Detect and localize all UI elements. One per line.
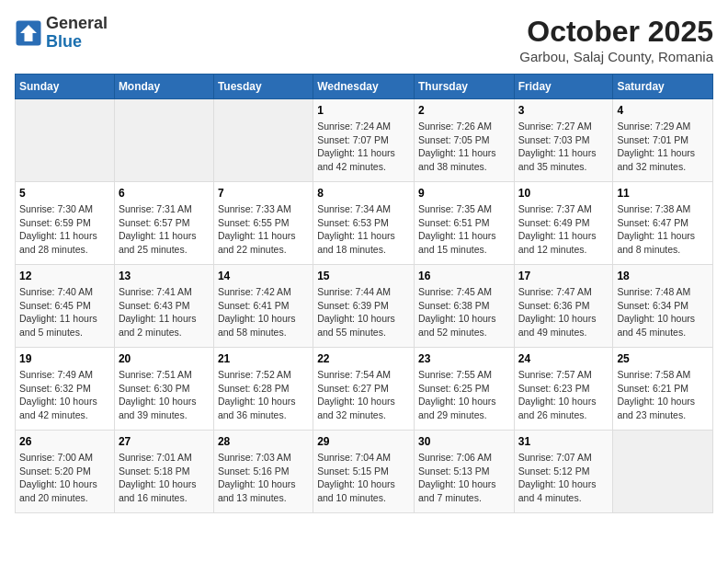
- title-block: October 2025 Garbou, Salaj County, Roman…: [519, 15, 713, 64]
- logo-icon: [15, 19, 42, 47]
- calendar-cell: 8Sunrise: 7:34 AM Sunset: 6:53 PM Daylig…: [313, 182, 415, 265]
- week-row-3: 12Sunrise: 7:40 AM Sunset: 6:45 PM Dayli…: [16, 265, 713, 348]
- day-info: Sunrise: 7:03 AM Sunset: 5:16 PM Dayligh…: [218, 451, 309, 505]
- day-number: 25: [617, 352, 709, 365]
- week-row-4: 19Sunrise: 7:49 AM Sunset: 6:32 PM Dayli…: [16, 348, 713, 431]
- calendar-cell: 18Sunrise: 7:48 AM Sunset: 6:34 PM Dayli…: [613, 265, 713, 348]
- day-info: Sunrise: 7:37 AM Sunset: 6:49 PM Dayligh…: [518, 202, 609, 257]
- day-number: 7: [218, 187, 309, 200]
- day-number: 29: [317, 435, 410, 448]
- week-row-2: 5Sunrise: 7:30 AM Sunset: 6:59 PM Daylig…: [16, 182, 713, 265]
- day-info: Sunrise: 7:35 AM Sunset: 6:51 PM Dayligh…: [418, 202, 510, 257]
- day-number: 3: [518, 104, 609, 117]
- day-info: Sunrise: 7:00 AM Sunset: 5:20 PM Dayligh…: [19, 451, 110, 505]
- calendar-cell: 20Sunrise: 7:51 AM Sunset: 6:30 PM Dayli…: [114, 348, 213, 431]
- day-number: 4: [617, 104, 709, 117]
- day-number: 2: [418, 104, 510, 117]
- day-info: Sunrise: 7:34 AM Sunset: 6:53 PM Dayligh…: [317, 202, 410, 257]
- day-number: 10: [518, 187, 609, 200]
- calendar-cell: 15Sunrise: 7:44 AM Sunset: 6:39 PM Dayli…: [313, 265, 415, 348]
- day-number: 14: [218, 270, 309, 282]
- day-number: 27: [119, 435, 210, 448]
- day-number: 18: [617, 270, 709, 282]
- weekday-header-friday: Friday: [514, 75, 613, 99]
- calendar-cell: 24Sunrise: 7:57 AM Sunset: 6:23 PM Dayli…: [514, 348, 613, 431]
- day-info: Sunrise: 7:29 AM Sunset: 7:01 PM Dayligh…: [617, 120, 709, 174]
- calendar-cell: 11Sunrise: 7:38 AM Sunset: 6:47 PM Dayli…: [613, 182, 713, 265]
- weekday-header-monday: Monday: [114, 75, 213, 99]
- day-info: Sunrise: 7:55 AM Sunset: 6:25 PM Dayligh…: [418, 368, 510, 422]
- day-info: Sunrise: 7:49 AM Sunset: 6:32 PM Dayligh…: [19, 368, 110, 422]
- day-info: Sunrise: 7:40 AM Sunset: 6:45 PM Dayligh…: [19, 285, 110, 339]
- calendar-cell: 2Sunrise: 7:26 AM Sunset: 7:05 PM Daylig…: [414, 99, 514, 182]
- day-number: 9: [418, 187, 510, 200]
- day-info: Sunrise: 7:48 AM Sunset: 6:34 PM Dayligh…: [617, 285, 709, 339]
- day-info: Sunrise: 7:38 AM Sunset: 6:47 PM Dayligh…: [617, 202, 709, 257]
- calendar-cell: 7Sunrise: 7:33 AM Sunset: 6:55 PM Daylig…: [213, 182, 313, 265]
- weekday-header-sunday: Sunday: [16, 75, 115, 99]
- calendar-cell: 14Sunrise: 7:42 AM Sunset: 6:41 PM Dayli…: [213, 265, 313, 348]
- day-info: Sunrise: 7:04 AM Sunset: 5:15 PM Dayligh…: [317, 451, 410, 505]
- day-info: Sunrise: 7:30 AM Sunset: 6:59 PM Dayligh…: [19, 202, 110, 257]
- day-number: 15: [317, 270, 410, 282]
- calendar-cell: 19Sunrise: 7:49 AM Sunset: 6:32 PM Dayli…: [16, 348, 115, 431]
- day-number: 11: [617, 187, 709, 200]
- day-number: 8: [317, 187, 410, 200]
- day-info: Sunrise: 7:26 AM Sunset: 7:05 PM Dayligh…: [418, 120, 510, 174]
- day-number: 5: [19, 187, 110, 200]
- calendar-cell: 31Sunrise: 7:07 AM Sunset: 5:12 PM Dayli…: [514, 431, 613, 513]
- month-title: October 2025: [519, 15, 713, 49]
- calendar-cell: 12Sunrise: 7:40 AM Sunset: 6:45 PM Dayli…: [16, 265, 115, 348]
- day-info: Sunrise: 7:01 AM Sunset: 5:18 PM Dayligh…: [119, 451, 210, 505]
- day-number: 24: [518, 352, 609, 365]
- day-number: 30: [418, 435, 510, 448]
- day-info: Sunrise: 7:31 AM Sunset: 6:57 PM Dayligh…: [119, 202, 210, 257]
- calendar-header: SundayMondayTuesdayWednesdayThursdayFrid…: [16, 75, 713, 99]
- day-number: 23: [418, 352, 510, 365]
- weekday-header-tuesday: Tuesday: [213, 75, 313, 99]
- day-number: 26: [19, 435, 110, 448]
- calendar-cell: 16Sunrise: 7:45 AM Sunset: 6:38 PM Dayli…: [414, 265, 514, 348]
- calendar-cell: [613, 431, 713, 513]
- day-number: 17: [518, 270, 609, 282]
- calendar-cell: 3Sunrise: 7:27 AM Sunset: 7:03 PM Daylig…: [514, 99, 613, 182]
- day-number: 20: [119, 352, 210, 365]
- calendar-cell: 30Sunrise: 7:06 AM Sunset: 5:13 PM Dayli…: [414, 431, 514, 513]
- day-info: Sunrise: 7:58 AM Sunset: 6:21 PM Dayligh…: [617, 368, 709, 422]
- location-subtitle: Garbou, Salaj County, Romania: [519, 49, 713, 64]
- day-number: 21: [218, 352, 309, 365]
- calendar-cell: 13Sunrise: 7:41 AM Sunset: 6:43 PM Dayli…: [114, 265, 213, 348]
- day-info: Sunrise: 7:51 AM Sunset: 6:30 PM Dayligh…: [119, 368, 210, 422]
- day-info: Sunrise: 7:44 AM Sunset: 6:39 PM Dayligh…: [317, 285, 410, 339]
- calendar-body: 1Sunrise: 7:24 AM Sunset: 7:07 PM Daylig…: [16, 99, 713, 513]
- day-number: 13: [119, 270, 210, 282]
- logo: General Blue: [15, 15, 108, 52]
- weekday-header-thursday: Thursday: [414, 75, 514, 99]
- calendar-cell: 10Sunrise: 7:37 AM Sunset: 6:49 PM Dayli…: [514, 182, 613, 265]
- calendar-cell: [213, 99, 313, 182]
- calendar-cell: 29Sunrise: 7:04 AM Sunset: 5:15 PM Dayli…: [313, 431, 415, 513]
- weekday-header-saturday: Saturday: [613, 75, 713, 99]
- week-row-1: 1Sunrise: 7:24 AM Sunset: 7:07 PM Daylig…: [16, 99, 713, 182]
- day-info: Sunrise: 7:54 AM Sunset: 6:27 PM Dayligh…: [317, 368, 410, 422]
- day-number: 12: [19, 270, 110, 282]
- day-info: Sunrise: 7:33 AM Sunset: 6:55 PM Dayligh…: [218, 202, 309, 257]
- day-number: 1: [317, 104, 410, 117]
- calendar-cell: 5Sunrise: 7:30 AM Sunset: 6:59 PM Daylig…: [16, 182, 115, 265]
- weekday-row: SundayMondayTuesdayWednesdayThursdayFrid…: [16, 75, 713, 99]
- day-info: Sunrise: 7:24 AM Sunset: 7:07 PM Dayligh…: [317, 120, 410, 174]
- day-number: 31: [518, 435, 609, 448]
- calendar-cell: 6Sunrise: 7:31 AM Sunset: 6:57 PM Daylig…: [114, 182, 213, 265]
- calendar-cell: 26Sunrise: 7:00 AM Sunset: 5:20 PM Dayli…: [16, 431, 115, 513]
- calendar-cell: 22Sunrise: 7:54 AM Sunset: 6:27 PM Dayli…: [313, 348, 415, 431]
- day-info: Sunrise: 7:27 AM Sunset: 7:03 PM Dayligh…: [518, 120, 609, 174]
- calendar-cell: [114, 99, 213, 182]
- calendar-cell: 27Sunrise: 7:01 AM Sunset: 5:18 PM Dayli…: [114, 431, 213, 513]
- day-info: Sunrise: 7:47 AM Sunset: 6:36 PM Dayligh…: [518, 285, 609, 339]
- calendar-cell: 28Sunrise: 7:03 AM Sunset: 5:16 PM Dayli…: [213, 431, 313, 513]
- calendar-cell: 23Sunrise: 7:55 AM Sunset: 6:25 PM Dayli…: [414, 348, 514, 431]
- day-info: Sunrise: 7:41 AM Sunset: 6:43 PM Dayligh…: [119, 285, 210, 339]
- page-header: General Blue October 2025 Garbou, Salaj …: [15, 15, 713, 64]
- calendar-cell: 1Sunrise: 7:24 AM Sunset: 7:07 PM Daylig…: [313, 99, 415, 182]
- day-number: 28: [218, 435, 309, 448]
